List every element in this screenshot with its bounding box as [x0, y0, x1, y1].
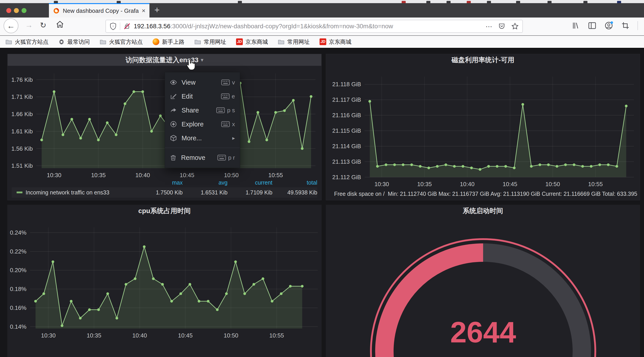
account-icon[interactable] [604, 21, 613, 30]
back-icon: ← [7, 21, 15, 31]
panel-title-bar[interactable]: 访问数据流量进入ens33 ▾ [8, 54, 321, 66]
panel-title[interactable]: 磁盘利用率统计-可用 [452, 56, 514, 65]
reload-button[interactable]: ↻ [40, 21, 46, 30]
svg-text:0.18%: 0.18% [10, 286, 26, 292]
svg-text:0.22%: 0.22% [10, 248, 26, 255]
home-button[interactable] [56, 20, 64, 31]
url-text[interactable]: 192.168.3.56:3000/d/-jnlszjWz/new-dashbo… [134, 23, 483, 30]
legend-total-value: 49.5938 Kib [272, 189, 317, 196]
menu-item-view[interactable]: View v [165, 76, 240, 89]
menu-item-label: Edit [182, 93, 216, 100]
panel-title-bar[interactable]: 系统启动时间 [326, 205, 640, 217]
bookmark-item[interactable]: 火狐官方站点 [6, 38, 48, 46]
divider [120, 23, 120, 30]
menubar-fragment [117, 1, 121, 3]
svg-text:21.115 GiB: 21.115 GiB [332, 127, 361, 134]
bookmark-label: 京东商城 [329, 38, 352, 46]
back-button[interactable]: ← [4, 19, 18, 33]
eye-icon [170, 79, 177, 86]
svg-text:10:55: 10:55 [588, 181, 603, 187]
menubar-fragment [617, 1, 621, 3]
panel-title-bar[interactable]: cpu系统占用时间 [8, 205, 321, 217]
menu-item-explore[interactable]: Explore x [165, 117, 240, 131]
uptime-gauge[interactable]: 2644 [326, 217, 640, 357]
series-stats: Min: 21.112740 GiB Max: 21.116737 GiB Av… [388, 191, 638, 197]
menubar-fragment [402, 1, 406, 3]
macos-menubar [0, 0, 644, 3]
folder-icon [100, 39, 106, 45]
bookmark-item[interactable]: 最常访问 [58, 38, 90, 46]
bookmark-item[interactable]: 火狐官方站点 [100, 38, 143, 46]
legend-header-total[interactable]: total [272, 179, 317, 186]
panel-title[interactable]: cpu系统占用时间 [138, 206, 190, 216]
legend-row[interactable]: Free disk space on / Min: 21.112740 GiB … [331, 191, 638, 197]
bookmark-star-icon[interactable] [511, 23, 519, 30]
panel-dropdown-menu: View v Edit e Share p s [165, 72, 240, 168]
window-close-button[interactable] [6, 8, 11, 13]
legend-header-max[interactable]: max [138, 179, 183, 186]
tab-close-icon[interactable]: × [142, 7, 146, 14]
svg-text:10:50: 10:50 [546, 181, 560, 187]
screenshot-crop-icon[interactable] [621, 21, 630, 30]
url-path: :3000/d/-jnlszjWz/new-dashboard-copy?org… [170, 23, 393, 30]
home-icon [56, 20, 64, 29]
sidebar-toggle-icon[interactable] [588, 21, 597, 30]
legend-avg-value: 1.6531 Kib [183, 189, 228, 196]
svg-text:1.61 Kib: 1.61 Kib [12, 128, 33, 135]
menu-item-edit[interactable]: Edit e [165, 89, 240, 103]
series-label[interactable]: Free disk space on / [334, 191, 384, 197]
network-traffic-chart[interactable]: 10:3010:3510:4010:4510:5010:551.51 Kib1.… [8, 66, 320, 178]
new-tab-button[interactable]: + [154, 5, 160, 15]
svg-text:1.66 Kib: 1.66 Kib [12, 111, 33, 117]
legend-max-value: 1.7500 Kib [138, 189, 183, 196]
shortcut-key: p s [227, 107, 235, 114]
svg-text:10:45: 10:45 [180, 172, 194, 178]
disk-usage-chart[interactable]: 10:3010:3510:4010:4510:5010:5521.112 GiB… [326, 66, 638, 187]
reload-icon: ↻ [40, 21, 46, 30]
page-actions-icon[interactable]: ⋯ [486, 23, 492, 30]
shortcut-key: e [232, 93, 235, 100]
insecure-lock-icon[interactable] [124, 23, 130, 30]
jd-icon: JD [320, 38, 326, 45]
bookmark-item[interactable]: JD 京东商城 [236, 38, 268, 46]
url-bar[interactable]: i 192.168.3.56:3000/d/-jnlszjWz/new-dash… [106, 20, 523, 33]
svg-text:10:50: 10:50 [224, 332, 238, 339]
menubar-fragment [238, 1, 242, 3]
bookmark-item[interactable]: 新手上路 [152, 38, 184, 46]
gear-icon [58, 39, 64, 45]
menu-item-remove[interactable]: Remove p r [165, 151, 240, 165]
svg-text:21.113 GiB: 21.113 GiB [332, 158, 361, 165]
cpu-time-chart[interactable]: 10:3010:3510:4010:4510:5010:550.14%0.16%… [8, 217, 321, 348]
browser-tab[interactable]: New dashboard Copy - Grafana × [49, 3, 150, 18]
folder-icon [278, 39, 284, 45]
pocket-icon[interactable] [498, 23, 505, 30]
menu-item-more[interactable]: More... ▸ [165, 131, 240, 145]
bookmark-item[interactable]: JD 京东商城 [320, 38, 352, 46]
forward-button[interactable]: → [25, 21, 33, 30]
legend-row[interactable]: Incoming network traffic on ens33 1.7500… [12, 187, 317, 198]
window-zoom-button[interactable] [22, 8, 26, 13]
legend-header-current[interactable]: current [228, 179, 272, 186]
bookmark-item[interactable]: 常用网址 [278, 38, 310, 46]
menu-item-share[interactable]: Share p s [165, 103, 240, 117]
library-icon[interactable] [571, 21, 580, 30]
share-icon [170, 107, 177, 114]
bookmark-label: 新手上路 [162, 38, 184, 46]
svg-text:1.71 Kib: 1.71 Kib [12, 93, 33, 100]
series-label[interactable]: Incoming network traffic on ens33 [26, 189, 109, 196]
panel-title[interactable]: 系统启动时间 [463, 206, 503, 216]
trash-icon [170, 154, 176, 161]
grafana-favicon [53, 8, 60, 14]
svg-text:10:45: 10:45 [503, 181, 517, 187]
shortcut-key: v [232, 79, 235, 86]
legend-header-avg[interactable]: avg [183, 179, 228, 186]
tracking-shield-icon[interactable]: i [110, 22, 117, 30]
panel-title-bar[interactable]: 磁盘利用率统计-可用 [326, 54, 640, 66]
bookmark-item[interactable]: 常用网址 [194, 38, 226, 46]
window-minimize-button[interactable] [14, 8, 19, 13]
legend-headers: max avg current total [12, 179, 317, 186]
chevron-down-icon[interactable]: ▾ [201, 57, 204, 63]
svg-text:21.112 GiB: 21.112 GiB [332, 174, 361, 181]
svg-text:10:50: 10:50 [224, 172, 238, 178]
svg-text:10:35: 10:35 [91, 172, 106, 178]
